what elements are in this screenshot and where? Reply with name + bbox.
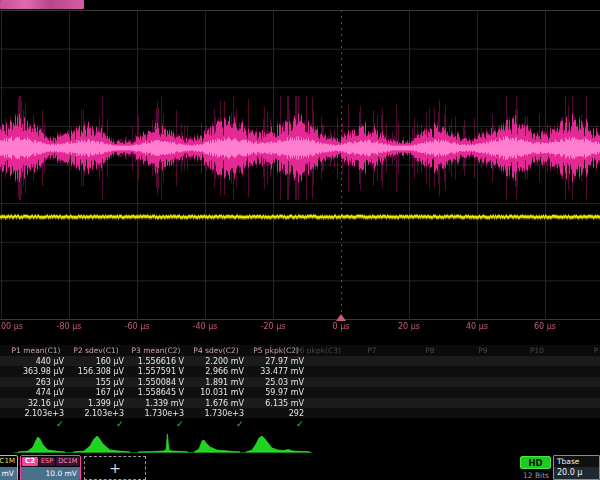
measurement-value: 156.308 µV bbox=[66, 367, 124, 376]
measurement-value: 155 µV bbox=[66, 378, 124, 387]
time-axis: -100 µs-80 µs-60 µs-40 µs-20 µs0 µs20 µs… bbox=[0, 321, 600, 334]
c1-scale-value: 0 mV bbox=[0, 467, 17, 480]
waveform-canvas[interactable] bbox=[0, 10, 600, 320]
c2-coupling-badge: DC1M bbox=[56, 457, 79, 466]
measurement-header-inactive[interactable]: P6 pkpk(C3) bbox=[295, 346, 341, 355]
histicon[interactable] bbox=[18, 437, 65, 452]
timebase-descriptor[interactable]: Tbase 20.0 µ bbox=[553, 455, 600, 480]
measurement-header-inactive[interactable]: P10 bbox=[530, 346, 544, 355]
waveform-display-area[interactable] bbox=[0, 10, 600, 320]
time-axis-label: 20 µs bbox=[398, 322, 420, 331]
measurement-value: 2.103e+3 bbox=[66, 409, 124, 418]
time-axis-label: -60 µs bbox=[125, 322, 150, 331]
time-axis-label: -100 µs bbox=[0, 322, 23, 331]
c2-esp-badge: ESP bbox=[39, 457, 55, 466]
measurement-value: 2.966 mV bbox=[186, 367, 244, 376]
timebase-value: 20.0 µ bbox=[554, 467, 599, 479]
measurement-header-inactive[interactable]: P9 bbox=[478, 346, 487, 355]
c2-scale-value: 10.0 mV bbox=[21, 467, 80, 480]
measurement-value: 1.557591 V bbox=[126, 367, 184, 376]
measurement-value: 1.556616 V bbox=[126, 357, 184, 366]
measurement-value: 2.103e+3 bbox=[6, 409, 64, 418]
trigger-time-marker-icon[interactable] bbox=[336, 314, 346, 321]
time-axis-label: -80 µs bbox=[57, 322, 82, 331]
channel-descriptor-c2[interactable]: C2 ESP DC1M 10.0 mV bbox=[20, 455, 81, 480]
measurement-status-icon: ✓ bbox=[56, 420, 64, 429]
measurement-value: 167 µV bbox=[66, 388, 124, 397]
measurement-value: 32.16 µV bbox=[6, 399, 64, 408]
measurement-value: 1.550084 V bbox=[126, 378, 184, 387]
measurement-header-inactive[interactable]: P bbox=[594, 346, 599, 355]
measurement-header-inactive[interactable]: P8 bbox=[425, 346, 434, 355]
measurement-value: 1.730e+3 bbox=[126, 409, 184, 418]
add-trace-button[interactable]: + bbox=[84, 456, 146, 480]
measurement-value: 1.676 mV bbox=[186, 399, 244, 408]
measurement-value: 2.200 mV bbox=[186, 357, 244, 366]
time-axis-label: 60 µs bbox=[534, 322, 556, 331]
measurement-header[interactable]: P2 sdev(C1) bbox=[73, 346, 118, 355]
measurement-value: 10.031 mV bbox=[186, 388, 244, 397]
measurement-value: 59.97 mV bbox=[246, 388, 304, 397]
measurement-value: 1.891 mV bbox=[186, 378, 244, 387]
measurement-value: 1.730e+3 bbox=[186, 409, 244, 418]
measurement-status-icon: ✓ bbox=[236, 420, 244, 429]
measurement-header[interactable]: P4 sdev(C2) bbox=[193, 346, 238, 355]
histicon-row[interactable] bbox=[0, 431, 600, 455]
measurement-value: 292 bbox=[246, 409, 304, 418]
channel-descriptor-c1[interactable]: DC1M 0 mV bbox=[0, 455, 18, 480]
measurement-value: 25.03 mV bbox=[246, 378, 304, 387]
measurement-value: 1.399 µV bbox=[66, 399, 124, 408]
measurement-value: 474 µV bbox=[6, 388, 64, 397]
time-axis-label: -40 µs bbox=[193, 322, 218, 331]
measurement-header-inactive[interactable]: P7 bbox=[367, 346, 376, 355]
measurement-table: P1 mean(C1)440 µV363.98 µV263 µV474 µV32… bbox=[0, 345, 600, 432]
measurement-header[interactable]: P5 pkpk(C2) bbox=[253, 346, 299, 355]
measurement-value: 33.477 mV bbox=[246, 367, 304, 376]
time-axis-label: 0 µs bbox=[333, 322, 350, 331]
histicon[interactable] bbox=[194, 440, 240, 452]
measurement-status-icon: ✓ bbox=[116, 420, 124, 429]
measurement-value: 1.558645 V bbox=[126, 388, 184, 397]
histicon[interactable] bbox=[138, 434, 188, 452]
oscilloscope-screen: -100 µs-80 µs-60 µs-40 µs-20 µs0 µs20 µs… bbox=[0, 0, 600, 480]
measurement-header[interactable]: P1 mean(C1) bbox=[12, 346, 61, 355]
time-axis-label: 40 µs bbox=[466, 322, 488, 331]
measurement-value: 27.97 mV bbox=[246, 357, 304, 366]
measurement-value: 263 µV bbox=[6, 378, 64, 387]
hd-mode-badge[interactable]: HD bbox=[520, 456, 551, 469]
measurement-value: 160 µV bbox=[66, 357, 124, 366]
display-annotation-badge bbox=[0, 0, 84, 9]
measurement-status-icon: ✓ bbox=[176, 420, 184, 429]
measurement-status-icon: ✓ bbox=[296, 420, 304, 429]
measurement-value: 440 µV bbox=[6, 357, 64, 366]
c1-coupling-label: DC1M bbox=[0, 456, 17, 467]
bit-depth-label: 12 Bits bbox=[514, 471, 558, 480]
measurement-value: 1.339 mV bbox=[126, 399, 184, 408]
measurement-value: 6.135 mV bbox=[246, 399, 304, 408]
histicon[interactable] bbox=[246, 436, 310, 452]
time-axis-label: -20 µs bbox=[261, 322, 286, 331]
timebase-label: Tbase bbox=[554, 456, 599, 467]
c2-channel-badge: C2 bbox=[22, 457, 38, 466]
histicon[interactable] bbox=[73, 436, 130, 452]
measurement-header[interactable]: P3 mean(C2) bbox=[132, 346, 181, 355]
measurement-value: 363.98 µV bbox=[6, 367, 64, 376]
